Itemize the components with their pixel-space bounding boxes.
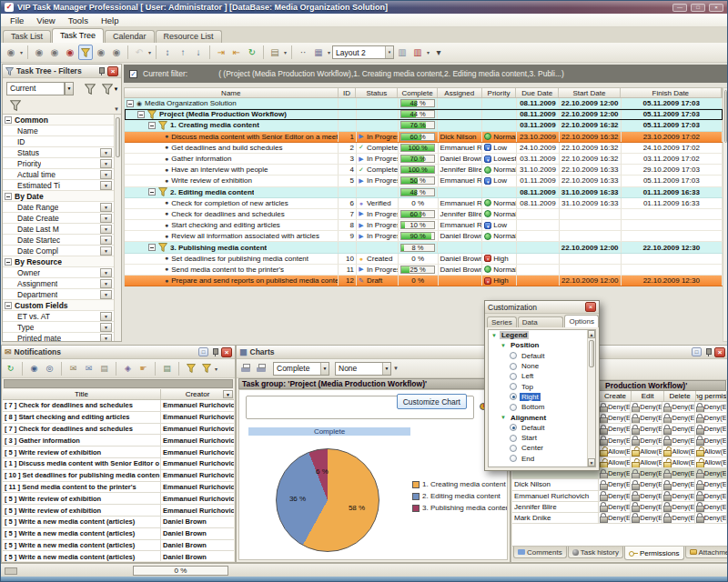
radio-icon[interactable]: [510, 445, 517, 452]
notification-row[interactable]: [ 11 ] Send media content to the printer…: [3, 482, 234, 494]
pin-icon[interactable]: [97, 67, 105, 75]
permission-cell[interactable]: Deny(E: [662, 479, 694, 489]
delete-layout-dropdown-icon[interactable]: ▾: [427, 49, 430, 55]
layout-combo[interactable]: Layout 2▾: [332, 45, 394, 59]
filter-field-et-vs-at[interactable]: ET vs. AT▼: [3, 311, 114, 322]
permission-row[interactable]: Jennifer BlireDeny(EDeny(EDeny(EDeny(E: [512, 502, 727, 513]
permission-cell[interactable]: Allow(E: [662, 457, 694, 467]
task-row[interactable]: ●Gather information3▶In Progress70 %Dani…: [125, 154, 723, 165]
permission-cell[interactable]: Deny(E: [631, 413, 662, 423]
filter-field-priority[interactable]: Priority▼: [3, 158, 114, 169]
filter-preset-combo[interactable]: Current: [6, 82, 65, 95]
task-table-scrollbar[interactable]: [723, 87, 728, 342]
filter-field-date-compl[interactable]: Date Compl▼: [3, 246, 114, 256]
filter-field-name[interactable]: Name: [3, 125, 114, 136]
hide-icon[interactable]: ◎: [43, 361, 56, 376]
permission-cell[interactable]: Deny(E: [662, 491, 694, 501]
page-icon[interactable]: ▤: [97, 361, 111, 376]
tab-calendar[interactable]: Calendar: [105, 30, 155, 43]
notification-row[interactable]: [ 7 ] Check for deadlines and schedulesE…: [3, 400, 234, 412]
option-start[interactable]: Start: [489, 433, 595, 443]
undo-icon[interactable]: ↶: [132, 45, 147, 60]
permission-cell[interactable]: Deny(E: [662, 413, 694, 423]
collapse-icon[interactable]: [5, 116, 12, 124]
permission-cell[interactable]: Deny(E: [695, 479, 727, 489]
task-row[interactable]: 2. Editing media content48 %08.11.200931…: [125, 187, 723, 198]
dropdown-icon[interactable]: ▼: [100, 159, 112, 168]
dropdown-icon[interactable]: ▼: [100, 170, 112, 179]
option-group-legend[interactable]: ▼Legend: [489, 330, 595, 340]
column-priority[interactable]: Priority: [482, 88, 517, 97]
customize-chart-button[interactable]: Customize Chart: [397, 394, 467, 409]
permission-cell[interactable]: Deny(E: [662, 436, 694, 446]
collapse-icon[interactable]: ▼: [500, 467, 506, 468]
permission-cell[interactable]: Deny(E: [631, 436, 662, 446]
permission-cell[interactable]: Allow(E: [695, 447, 727, 457]
filter-field-estimated-ti[interactable]: Estimated Ti▼: [3, 180, 114, 191]
print-preview-icon[interactable]: [254, 361, 268, 376]
filter-field-status[interactable]: Status▼: [3, 147, 114, 158]
delete-layout-icon[interactable]: ▥: [410, 45, 425, 60]
filter-field-department[interactable]: Department▼: [3, 289, 114, 300]
notifications-close-icon[interactable]: [221, 347, 232, 357]
permission-cell[interactable]: Deny(E: [695, 424, 727, 434]
clear-filter-icon[interactable]: [199, 361, 213, 376]
filter-section-common[interactable]: Common: [3, 115, 114, 125]
filter-tasks-icon[interactable]: [78, 45, 93, 60]
move-task-icon[interactable]: ↕: [160, 45, 175, 60]
permission-cell[interactable]: Deny(E: [631, 402, 662, 412]
task-row[interactable]: ●Send media content to the printer's11▶I…: [125, 265, 723, 276]
notification-row[interactable]: [ 7 ] Check for deadlines and schedulesE…: [3, 424, 234, 436]
radio-icon[interactable]: [510, 373, 517, 380]
option-default[interactable]: Default: [489, 423, 595, 433]
task-row[interactable]: ●Set deadlines for publishing media cont…: [125, 254, 723, 265]
menu-tools[interactable]: Tools: [62, 15, 95, 25]
collapse-icon[interactable]: ▼: [500, 415, 506, 420]
filter-panel-scrollbar[interactable]: [114, 115, 121, 341]
permission-cell[interactable]: Allow(E: [631, 447, 662, 457]
permission-row[interactable]: Dick NilsonDeny(EDeny(EDeny(EDeny(E: [512, 479, 727, 490]
notification-row[interactable]: [ 1 ] Discuss media content with Senior …: [3, 458, 234, 470]
radio-icon[interactable]: [510, 393, 517, 400]
filter-field-type[interactable]: Type▼: [3, 322, 114, 333]
tab-permissions[interactable]: Permissions: [624, 547, 684, 560]
radio-icon[interactable]: [510, 363, 517, 370]
filter-section-by-date[interactable]: By Date: [3, 191, 114, 202]
customization-titlebar[interactable]: Customization: [485, 301, 599, 314]
notification-row[interactable]: [ 8 ] Start checking and editing article…: [3, 412, 234, 424]
notification-row[interactable]: [ 5 ] Write review of exhibitionEmmanuel…: [3, 447, 234, 458]
notifications-restore-icon[interactable]: □: [198, 347, 208, 356]
option-right[interactable]: Right: [489, 392, 595, 402]
radio-icon[interactable]: [510, 424, 517, 431]
filter-field-printed-mate[interactable]: Printed mate▼: [3, 333, 114, 341]
task-row[interactable]: ●Start checking and editing articles8▶In…: [125, 220, 723, 231]
filter-toolbar-overflow[interactable]: ▼: [114, 106, 119, 112]
chart-value-combo[interactable]: Complete▼: [273, 362, 329, 376]
menu-view[interactable]: View: [30, 15, 61, 25]
new-task-icon[interactable]: ◉: [4, 45, 18, 60]
option-left[interactable]: Left: [489, 371, 595, 381]
new-task-dropdown-icon[interactable]: ▾: [20, 49, 23, 55]
task-properties-icon[interactable]: ◉: [94, 45, 108, 60]
task-row[interactable]: ●Have an interview with people4✓Complete…: [125, 165, 723, 176]
permission-row[interactable]: Mark DnikeDeny(EDeny(EDeny(EDeny(E: [512, 513, 727, 524]
dropdown-icon[interactable]: ▼: [100, 225, 112, 234]
scroll-down-icon[interactable]: ▼: [588, 458, 595, 467]
clipboard-icon[interactable]: ▤: [160, 361, 174, 376]
permission-cell[interactable]: Deny(E: [599, 424, 631, 434]
option-top[interactable]: Top: [489, 381, 595, 391]
tab-task-list[interactable]: Task List: [3, 30, 51, 43]
tab-task-history[interactable]: Task history: [568, 547, 623, 558]
permission-cell[interactable]: Deny(E: [631, 424, 662, 434]
permission-cell[interactable]: Deny(E: [695, 491, 727, 501]
tab-resource-list[interactable]: Resource List: [156, 30, 222, 43]
permission-cell[interactable]: Deny(E: [599, 502, 631, 512]
collapse-icon[interactable]: ▼: [500, 343, 506, 348]
dropdown-icon[interactable]: ▼: [100, 312, 112, 321]
permission-cell[interactable]: Deny(E: [631, 479, 662, 489]
assignments-dropdown-icon[interactable]: ▾: [284, 49, 287, 55]
notification-row[interactable]: [ 5 ] Write a new media content (article…: [3, 540, 234, 552]
reports-icon[interactable]: ▦: [311, 45, 326, 60]
permission-cell[interactable]: Deny(E: [631, 468, 662, 478]
column-start-date[interactable]: Start Date: [559, 88, 621, 97]
